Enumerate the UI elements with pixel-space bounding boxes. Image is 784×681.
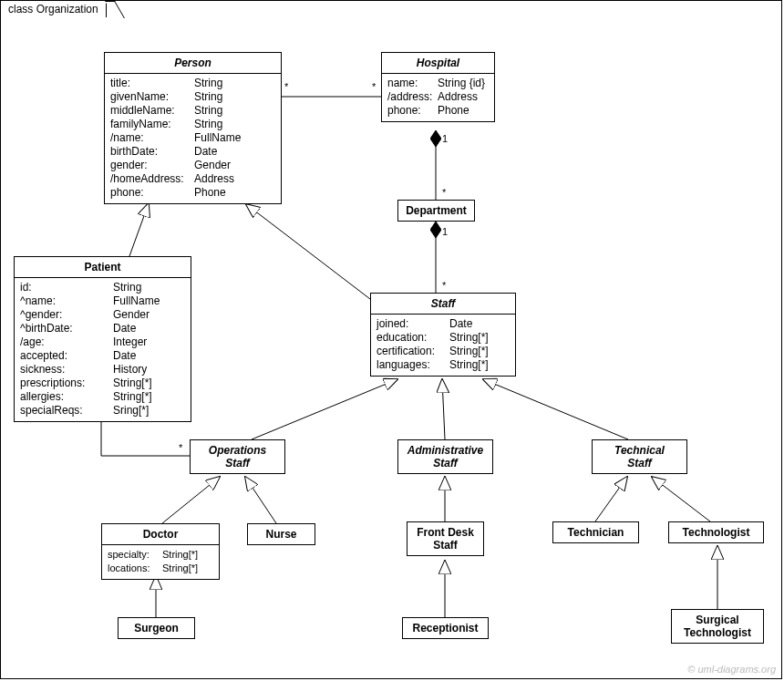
- attr-row: sickness:History: [20, 363, 185, 377]
- attr-row: education:String[*]: [377, 331, 510, 345]
- class-operations-staff: OperationsStaff: [190, 439, 285, 474]
- class-doctor: Doctor specialty:String[*]locations:Stri…: [101, 523, 220, 580]
- attr-row: ^name:FullName: [20, 294, 185, 308]
- attr-row: /name:FullName: [110, 131, 275, 145]
- attr-name: birthDate:: [110, 145, 194, 159]
- attr-row: languages:String[*]: [377, 358, 510, 372]
- attr-row: familyName:String: [110, 118, 275, 131]
- attr-row: middleName:String: [110, 104, 275, 118]
- mult: 1: [442, 226, 448, 237]
- mult: *: [179, 442, 182, 453]
- attr-name: middleName:: [110, 104, 194, 118]
- attr-type: String: [194, 77, 222, 90]
- attr-row: givenName:String: [110, 90, 275, 104]
- attr-row: locations:String[*]: [108, 562, 213, 575]
- attr-row: certification:String[*]: [377, 345, 510, 358]
- attr-name: ^birthDate:: [20, 322, 113, 335]
- attr-type: Gender: [194, 159, 231, 172]
- mult: *: [442, 187, 446, 198]
- class-administrative-staff: AdministrativeStaff: [397, 439, 493, 474]
- class-title: OperationsStaff: [191, 440, 284, 473]
- attr-type: Date: [194, 145, 217, 159]
- class-technician: Technician: [552, 521, 639, 543]
- class-title: SurgicalTechnologist: [672, 610, 763, 643]
- svg-line-5: [252, 379, 397, 439]
- attr-type: String[*]: [113, 390, 152, 404]
- attr-type: Phone: [438, 104, 469, 118]
- attr-row: specialty:String[*]: [108, 548, 213, 562]
- class-technologist: Technologist: [668, 521, 764, 543]
- attr-name: /name:: [110, 131, 194, 145]
- frame-title: class Organization: [0, 0, 107, 17]
- svg-line-11: [245, 477, 276, 523]
- attr-row: /homeAddress:Address: [110, 172, 275, 186]
- attr-name: ^name:: [20, 294, 113, 308]
- class-nurse: Nurse: [247, 523, 315, 545]
- attr-name: title:: [110, 77, 194, 90]
- svg-line-14: [595, 477, 627, 521]
- class-title: Front DeskStaff: [407, 522, 483, 555]
- class-technical-staff: TechnicalStaff: [592, 439, 687, 474]
- attr-row: ^birthDate:Date: [20, 322, 185, 335]
- attr-row: gender:Gender: [110, 159, 275, 172]
- class-staff: Staff joined:Dateeducation:String[*]cert…: [370, 293, 516, 377]
- attr-row: title:String: [110, 77, 275, 90]
- attr-type: Gender: [113, 308, 150, 322]
- mult: 1: [442, 133, 448, 144]
- attr-type: String[*]: [449, 358, 489, 372]
- attr-row: specialReqs:Sring[*]: [20, 404, 185, 418]
- class-department: Department: [397, 200, 475, 222]
- class-title: Technician: [553, 522, 638, 542]
- attr-type: String[*]: [449, 345, 489, 358]
- attr-row: allergies:String[*]: [20, 390, 185, 404]
- attr-name: certification:: [377, 345, 449, 358]
- attr-type: Integer: [113, 335, 147, 349]
- attr-type: Address: [438, 90, 478, 104]
- attr-type: Date: [113, 349, 136, 363]
- attr-type: Date: [113, 322, 136, 335]
- attr-name: id:: [20, 281, 113, 294]
- attr-row: birthDate:Date: [110, 145, 275, 159]
- attr-row: phone:Phone: [387, 104, 489, 118]
- svg-line-15: [652, 477, 710, 521]
- attr-type: String[*]: [162, 562, 198, 575]
- attr-type: String: [194, 104, 222, 118]
- svg-line-6: [442, 379, 445, 439]
- attr-name: allergies:: [20, 390, 113, 404]
- attr-type: String: [113, 281, 141, 294]
- svg-line-4: [246, 204, 370, 299]
- attr-type: String: [194, 90, 222, 104]
- attr-name: /homeAddress:: [110, 172, 194, 186]
- watermark: © uml-diagrams.org: [687, 664, 776, 675]
- attr-type: String {id}: [438, 77, 485, 90]
- attr-row: prescriptions:String[*]: [20, 377, 185, 390]
- attr-name: familyName:: [110, 118, 194, 131]
- attr-type: Phone: [194, 186, 226, 200]
- svg-line-10: [162, 477, 220, 523]
- attr-name: phone:: [110, 186, 194, 200]
- attr-name: givenName:: [110, 90, 194, 104]
- class-receptionist: Receptionist: [402, 617, 489, 639]
- attr-type: FullName: [113, 294, 160, 308]
- attr-name: /address:: [387, 90, 438, 104]
- attr-type: FullName: [194, 131, 241, 145]
- mult: *: [372, 81, 376, 92]
- attr-type: Address: [194, 172, 234, 186]
- class-title: Technologist: [669, 522, 763, 542]
- svg-line-7: [483, 379, 628, 439]
- attr-type: Date: [449, 317, 472, 331]
- diagram-frame: class Organization: [0, 0, 782, 679]
- class-title: Doctor: [102, 524, 219, 545]
- attr-row: /age:Integer: [20, 335, 185, 349]
- attr-row: /address:Address: [387, 90, 489, 104]
- class-title: Staff: [371, 294, 515, 315]
- class-hospital: Hospital name:String {id}/address:Addres…: [381, 52, 495, 122]
- class-front-desk-staff: Front DeskStaff: [407, 521, 484, 556]
- class-title: Hospital: [382, 53, 494, 74]
- class-title: Patient: [15, 257, 191, 278]
- attr-row: id:String: [20, 281, 185, 294]
- attr-name: education:: [377, 331, 449, 345]
- attr-row: accepted:Date: [20, 349, 185, 363]
- class-title: Receptionist: [403, 618, 488, 638]
- class-title: Person: [105, 53, 281, 74]
